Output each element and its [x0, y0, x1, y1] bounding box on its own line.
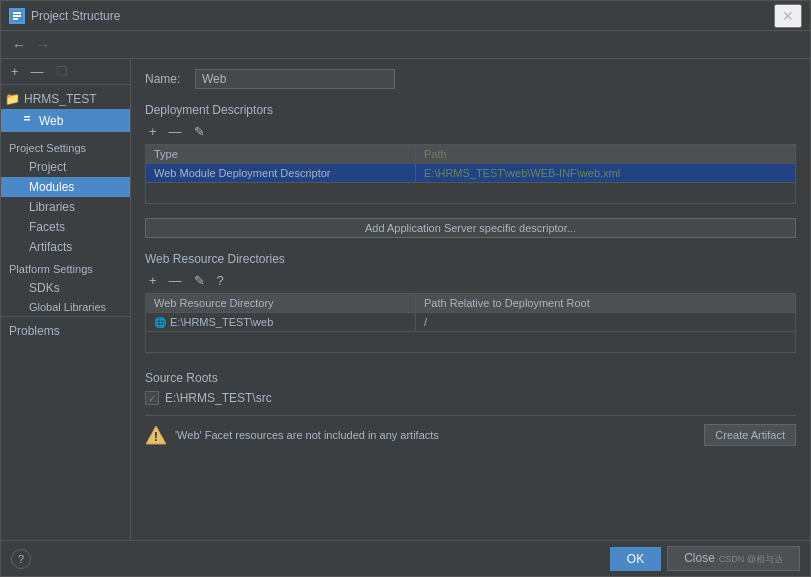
deploy-remove-btn[interactable]: — — [165, 123, 186, 140]
help-button[interactable]: ? — [11, 549, 31, 569]
nav-item-modules[interactable]: Modules — [1, 177, 130, 197]
svg-rect-3 — [13, 18, 18, 20]
left-add-button[interactable]: + — [7, 63, 23, 80]
source-checkbox[interactable]: ✓ — [145, 391, 159, 405]
svg-rect-1 — [13, 12, 21, 14]
deployment-descriptors-title: Deployment Descriptors — [145, 103, 796, 117]
add-server-button[interactable]: Add Application Server specific descript… — [145, 218, 796, 238]
webres-edit-btn[interactable]: ✎ — [190, 272, 209, 289]
ok-button[interactable]: OK — [610, 547, 661, 571]
left-panel-toolbar: + — ❐ — [1, 59, 130, 85]
module-icon — [21, 112, 35, 129]
deploy-type-cell: Web Module Deployment Descriptor — [146, 164, 416, 182]
project-tree: 📁 HRMS_TEST Web — [1, 85, 130, 136]
nav-item-project[interactable]: Project — [1, 157, 130, 177]
window-title: Project Structure — [31, 9, 774, 23]
web-resource-title: Web Resource Directories — [145, 252, 796, 266]
content-area: + — ❐ 📁 HRMS_TEST — [1, 59, 810, 540]
warning-text: 'Web' Facet resources are not included i… — [175, 429, 696, 441]
title-bar: Project Structure ✕ — [1, 1, 810, 31]
deployment-table: Type Path Web Module Deployment Descript… — [145, 144, 796, 204]
close-dialog-button[interactable]: CloseCSDN @相与达 — [667, 546, 800, 571]
nav-platform-settings: Platform Settings SDKs Global Libraries — [1, 257, 130, 316]
left-nav: 📁 HRMS_TEST Web — [1, 85, 130, 540]
webres-table-header: Web Resource Directory Path Relative to … — [146, 294, 795, 313]
deploy-table-row[interactable]: Web Module Deployment Descriptor E:\HRMS… — [146, 164, 795, 183]
nav-item-global-libraries[interactable]: Global Libraries — [1, 298, 130, 316]
webres-help-btn[interactable]: ? — [213, 272, 228, 289]
svg-text:!: ! — [154, 429, 158, 444]
webres-add-btn[interactable]: + — [145, 272, 161, 289]
warning-row: ! 'Web' Facet resources are not included… — [145, 415, 796, 454]
webres-col-dir: Web Resource Directory — [146, 294, 416, 312]
back-button[interactable]: ← — [7, 35, 31, 55]
source-roots-title: Source Roots — [145, 371, 796, 385]
tree-item-hrms[interactable]: 📁 HRMS_TEST — [1, 89, 130, 109]
deploy-edit-btn[interactable]: ✎ — [190, 123, 209, 140]
webres-empty-row — [146, 332, 795, 352]
close-button[interactable]: ✕ — [774, 4, 802, 28]
bottom-bar: ? OK CloseCSDN @相与达 — [1, 540, 810, 576]
window-icon — [9, 8, 25, 24]
left-remove-button[interactable]: — — [27, 63, 48, 80]
deploy-col-type: Type — [146, 145, 416, 163]
nav-item-facets[interactable]: Facets — [1, 217, 130, 237]
left-copy-button[interactable]: ❐ — [52, 63, 72, 80]
name-label: Name: — [145, 72, 195, 86]
main-toolbar: ← → — [1, 31, 810, 59]
nav-item-artifacts[interactable]: Artifacts — [1, 237, 130, 257]
deploy-empty-row — [146, 183, 795, 203]
nav-item-sdks[interactable]: SDKs — [1, 278, 130, 298]
nav-item-problems[interactable]: Problems — [1, 321, 130, 341]
right-panel: Name: Deployment Descriptors + — ✎ Type … — [131, 59, 810, 540]
svg-rect-2 — [13, 15, 21, 17]
svg-rect-6 — [24, 119, 30, 121]
webres-remove-btn[interactable]: — — [165, 272, 186, 289]
problems-section: Problems — [1, 316, 130, 345]
name-field-row: Name: — [145, 69, 796, 89]
tree-item-label: HRMS_TEST — [24, 92, 97, 106]
source-path-label: E:\HRMS_TEST\src — [165, 391, 272, 405]
deploy-col-path: Path — [416, 145, 795, 163]
platform-settings-label: Platform Settings — [1, 257, 130, 278]
source-root-row: ✓ E:\HRMS_TEST\src — [145, 391, 796, 405]
webres-col-rel: Path Relative to Deployment Root — [416, 294, 795, 312]
main-window: Project Structure ✕ ← → + — ❐ 📁 HRMS_TES… — [0, 0, 811, 577]
tree-item-web[interactable]: Web — [1, 109, 130, 132]
warning-icon: ! — [145, 424, 167, 446]
project-settings-label: Project Settings — [1, 136, 130, 157]
create-artifact-button[interactable]: Create Artifact — [704, 424, 796, 446]
source-roots-section: Source Roots ✓ E:\HRMS_TEST\src — [145, 367, 796, 411]
webres-dir-cell: 🌐E:\HRMS_TEST\web — [146, 313, 416, 331]
left-panel: + — ❐ 📁 HRMS_TEST — [1, 59, 131, 540]
deploy-path-cell: E:\HRMS_TEST\web\WEB-INF\web.xml — [416, 164, 795, 182]
webdir-icon: 🌐 — [154, 317, 166, 328]
deployment-table-header: Type Path — [146, 145, 795, 164]
forward-button[interactable]: → — [31, 35, 55, 55]
nav-project-settings: Project Settings Project Modules Librari… — [1, 136, 130, 257]
bottom-right: OK CloseCSDN @相与达 — [610, 546, 800, 571]
folder-icon: 📁 — [5, 92, 20, 106]
bottom-left: ? — [11, 549, 31, 569]
nav-item-libraries[interactable]: Libraries — [1, 197, 130, 217]
webres-table-row[interactable]: 🌐E:\HRMS_TEST\web / — [146, 313, 795, 332]
webres-rel-cell: / — [416, 313, 795, 331]
tree-item-web-label: Web — [39, 114, 63, 128]
web-resource-sub-toolbar: + — ✎ ? — [145, 272, 796, 289]
name-input[interactable] — [195, 69, 395, 89]
svg-rect-5 — [24, 116, 30, 118]
deployment-sub-toolbar: + — ✎ — [145, 123, 796, 140]
web-resource-table: Web Resource Directory Path Relative to … — [145, 293, 796, 353]
deploy-add-btn[interactable]: + — [145, 123, 161, 140]
